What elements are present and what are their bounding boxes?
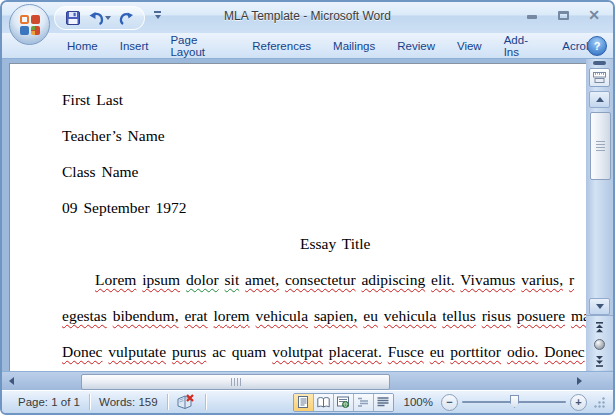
doc-line-class: Class Name: [62, 163, 138, 181]
page-indicator[interactable]: Page: 1 of 1: [9, 396, 89, 408]
undo-icon[interactable]: [88, 10, 104, 26]
customize-quick-access-icon[interactable]: [154, 11, 161, 19]
tab-page-layout[interactable]: Page Layout: [159, 33, 241, 58]
horizontal-scrollbar: [2, 371, 613, 390]
print-layout-icon[interactable]: [294, 394, 314, 411]
maximize-icon[interactable]: [556, 9, 570, 21]
tab-view[interactable]: View: [446, 33, 493, 58]
help-icon[interactable]: ?: [587, 36, 607, 56]
document-page[interactable]: First Last Teacher’s Name Class Name 09 …: [9, 63, 586, 371]
view-shortcuts: [293, 393, 394, 412]
scroll-left-icon[interactable]: [4, 374, 19, 388]
window-controls: ✕: [525, 9, 601, 21]
horizontal-scroll-thumb[interactable]: [81, 374, 390, 390]
ruler-toggle-icon[interactable]: [589, 68, 610, 87]
tab-insert[interactable]: Insert: [109, 33, 160, 58]
office-button[interactable]: [9, 4, 50, 45]
ribbon-tab-bar: HomeInsertPage LayoutReferencesMailingsR…: [2, 33, 613, 59]
ribbon-tabs: HomeInsertPage LayoutReferencesMailingsR…: [56, 33, 613, 58]
horizontal-scroll-track[interactable]: [21, 374, 570, 388]
doc-line-author: First Last: [62, 91, 123, 109]
office-logo-icon: [20, 15, 40, 35]
zoom-out-icon[interactable]: −: [441, 394, 458, 411]
full-screen-reading-icon[interactable]: [314, 394, 334, 411]
close-icon[interactable]: ✕: [587, 9, 601, 21]
outline-icon[interactable]: [354, 394, 374, 411]
undo-dropdown-icon[interactable]: [105, 16, 111, 20]
status-bar: Page: 1 of 1 Words: 159: [2, 390, 613, 413]
tab-review[interactable]: Review: [386, 33, 446, 58]
minimize-icon[interactable]: [525, 9, 539, 21]
word-count[interactable]: Words: 159: [90, 396, 167, 408]
draft-icon[interactable]: [374, 394, 393, 411]
body-line-2: egestas bibendum, erat lorem vehicula sa…: [62, 307, 586, 325]
vertical-scrollbar: [586, 59, 613, 371]
vertical-scroll-track[interactable]: [590, 110, 609, 296]
next-page-icon[interactable]: [591, 354, 608, 368]
previous-page-icon[interactable]: [591, 320, 608, 334]
tab-add-ins[interactable]: Add-Ins: [493, 33, 552, 58]
doc-line-date: 09 September 1972: [62, 199, 187, 217]
resize-grip[interactable]: [593, 396, 606, 409]
select-browse-object-icon[interactable]: [591, 337, 608, 351]
scroll-up-icon[interactable]: [589, 91, 610, 108]
document-area: First Last Teacher’s Name Class Name 09 …: [2, 59, 613, 371]
word-window: MLA Template - Microsoft Word ✕ HomeInse…: [0, 0, 615, 415]
web-layout-icon[interactable]: [334, 394, 354, 411]
zoom-in-icon[interactable]: +: [570, 394, 587, 411]
save-icon[interactable]: [65, 10, 81, 26]
zoom-slider-thumb[interactable]: [510, 395, 519, 408]
zoom-level[interactable]: 100%: [404, 396, 433, 408]
body-line-1: Lorem ipsum dolor sit amet, consectetur …: [95, 271, 574, 289]
title-bar: MLA Template - Microsoft Word ✕: [2, 2, 613, 33]
vertical-scroll-thumb[interactable]: [590, 112, 611, 180]
zoom-slider[interactable]: [462, 394, 566, 410]
document-viewport: First Last Teacher’s Name Class Name 09 …: [2, 59, 586, 371]
quick-access-toolbar: [54, 6, 145, 30]
status-separator: [205, 394, 206, 410]
tab-mailings[interactable]: Mailings: [322, 33, 386, 58]
doc-line-teacher: Teacher’s Name: [62, 127, 165, 145]
scroll-down-icon[interactable]: [589, 298, 610, 315]
undo-group: [88, 10, 111, 26]
split-window-handle[interactable]: [593, 61, 606, 65]
doc-essay-title: Essay Title: [300, 235, 370, 253]
browse-buttons: [586, 315, 613, 370]
tab-references[interactable]: References: [241, 33, 322, 58]
redo-icon[interactable]: [118, 10, 134, 26]
proofing-errors-icon[interactable]: [168, 394, 205, 411]
scroll-right-icon[interactable]: [572, 374, 587, 388]
tab-home[interactable]: Home: [56, 33, 109, 58]
body-line-3: Donec vulputate purus ac quam volutpat p…: [62, 343, 585, 361]
